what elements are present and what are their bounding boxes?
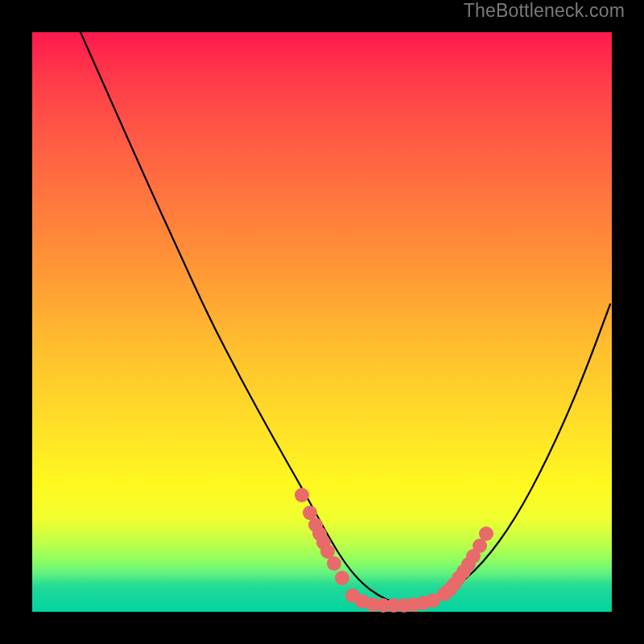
dot-cluster-left — [295, 488, 349, 585]
data-dot — [327, 556, 341, 571]
chart-svg — [32, 32, 612, 612]
watermark-text: TheBottleneck.com — [464, 0, 625, 22]
bottleneck-curve — [80, 32, 610, 605]
data-dot — [479, 526, 493, 541]
plot-frame — [16, 16, 628, 628]
data-dot — [335, 571, 349, 585]
dot-cluster-right — [437, 526, 493, 601]
dot-cluster-bottom — [345, 588, 440, 613]
plot-area — [32, 32, 612, 612]
data-dot — [295, 488, 309, 502]
